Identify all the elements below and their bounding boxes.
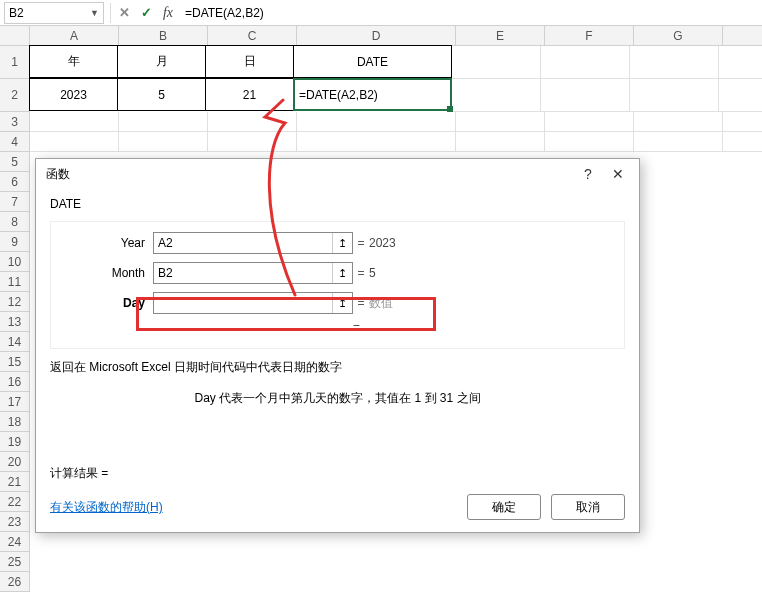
cancel-formula-button[interactable]: ✕ <box>113 2 135 24</box>
collapse-dialog-icon[interactable]: ↥ <box>332 263 352 283</box>
cell[interactable] <box>634 112 723 132</box>
function-description: 返回在 Microsoft Excel 日期时间代码中代表日期的数字 <box>50 359 625 376</box>
year-input[interactable] <box>154 236 332 250</box>
cell[interactable]: 2023 <box>29 78 118 111</box>
arg-input-wrap: ↥ <box>153 262 353 284</box>
close-button[interactable]: ✕ <box>603 161 633 187</box>
cell[interactable] <box>208 132 297 152</box>
cell[interactable]: 21 <box>205 78 294 111</box>
row-header[interactable]: 12 <box>0 292 30 312</box>
confirm-formula-button[interactable]: ✓ <box>135 2 157 24</box>
help-button[interactable]: ? <box>573 161 603 187</box>
row-header[interactable]: 26 <box>0 572 30 592</box>
row-header[interactable]: 4 <box>0 132 30 152</box>
table-row <box>30 132 762 152</box>
help-link[interactable]: 有关该函数的帮助(H) <box>50 499 163 516</box>
cell[interactable] <box>208 112 297 132</box>
month-input[interactable] <box>154 266 332 280</box>
row-header[interactable]: 5 <box>0 152 30 172</box>
row-header[interactable]: 1 <box>0 46 30 79</box>
cell[interactable] <box>30 132 119 152</box>
col-header[interactable]: F <box>545 26 634 46</box>
dialog-buttons: 确定 取消 <box>467 494 625 520</box>
day-input[interactable] <box>154 296 332 310</box>
col-header[interactable]: D <box>297 26 456 46</box>
table-row: 年 月 日 DATE <box>30 46 762 79</box>
col-header[interactable]: G <box>634 26 723 46</box>
fx-button[interactable]: fx <box>157 2 179 24</box>
cell[interactable] <box>119 112 208 132</box>
cell[interactable] <box>545 132 634 152</box>
cell[interactable]: 5 <box>117 78 206 111</box>
row-header[interactable]: 19 <box>0 432 30 452</box>
row-header[interactable]: 13 <box>0 312 30 332</box>
row-header[interactable]: 23 <box>0 512 30 532</box>
cell[interactable] <box>723 132 762 152</box>
row-header[interactable]: 9 <box>0 232 30 252</box>
name-box-value: B2 <box>9 6 24 20</box>
row-header[interactable]: 20 <box>0 452 30 472</box>
cell[interactable] <box>297 132 456 152</box>
row-header[interactable]: 11 <box>0 272 30 292</box>
dialog-titlebar[interactable]: 函数 ? ✕ <box>36 159 639 189</box>
row-header[interactable]: 2 <box>0 79 30 112</box>
row-header[interactable]: 10 <box>0 252 30 272</box>
chevron-down-icon[interactable]: ▼ <box>90 8 99 18</box>
cell[interactable] <box>719 46 762 79</box>
col-header[interactable]: C <box>208 26 297 46</box>
row-header[interactable]: 15 <box>0 352 30 372</box>
cancel-button[interactable]: 取消 <box>551 494 625 520</box>
cell[interactable] <box>452 46 541 79</box>
table-row <box>30 112 762 132</box>
col-header[interactable]: A <box>30 26 119 46</box>
function-arguments-dialog: 函数 ? ✕ DATE Year ↥ = 2023 Month ↥ = <box>35 158 640 533</box>
cell[interactable] <box>541 46 630 79</box>
cell[interactable] <box>541 79 630 112</box>
table-row: 2023 5 21 =DATE(A2,B2) <box>30 79 762 112</box>
cell[interactable] <box>545 112 634 132</box>
row-header[interactable]: 6 <box>0 172 30 192</box>
arg-row-year: Year ↥ = 2023 <box>61 230 614 256</box>
cell[interactable] <box>630 79 719 112</box>
cell[interactable]: 月 <box>117 45 206 78</box>
row-header[interactable]: 8 <box>0 212 30 232</box>
formula-bar: B2 ▼ ✕ ✓ fx =DATE(A2,B2) <box>0 0 762 26</box>
collapse-dialog-icon[interactable]: ↥ <box>332 293 352 313</box>
col-header[interactable]: H <box>723 26 762 46</box>
arg-result: 5 <box>369 266 376 280</box>
select-all-corner[interactable] <box>0 26 30 46</box>
cell[interactable] <box>719 79 762 112</box>
cell[interactable] <box>723 112 762 132</box>
cell[interactable] <box>634 132 723 152</box>
cell[interactable] <box>30 112 119 132</box>
col-header[interactable]: E <box>456 26 545 46</box>
collapse-dialog-icon[interactable]: ↥ <box>332 233 352 253</box>
cell[interactable] <box>452 79 541 112</box>
active-cell[interactable]: =DATE(A2,B2) <box>293 78 452 111</box>
name-box[interactable]: B2 ▼ <box>4 2 104 24</box>
row-header[interactable]: 14 <box>0 332 30 352</box>
ok-button[interactable]: 确定 <box>467 494 541 520</box>
cell[interactable] <box>119 132 208 152</box>
cell[interactable] <box>456 132 545 152</box>
row-header[interactable]: 22 <box>0 492 30 512</box>
row-header[interactable]: 18 <box>0 412 30 432</box>
calc-result-label: 计算结果 = <box>50 465 108 482</box>
arg-input-wrap: ↥ <box>153 292 353 314</box>
cell[interactable]: DATE <box>293 45 452 78</box>
row-header[interactable]: 21 <box>0 472 30 492</box>
row-header[interactable]: 17 <box>0 392 30 412</box>
cell[interactable]: 年 <box>29 45 118 78</box>
formula-input[interactable]: =DATE(A2,B2) <box>179 6 762 20</box>
row-header[interactable]: 3 <box>0 112 30 132</box>
cell[interactable] <box>297 112 456 132</box>
col-header[interactable]: B <box>119 26 208 46</box>
cell[interactable]: 日 <box>205 45 294 78</box>
cell[interactable] <box>456 112 545 132</box>
row-header[interactable]: 7 <box>0 192 30 212</box>
row-header[interactable]: 25 <box>0 552 30 572</box>
row-header[interactable]: 24 <box>0 532 30 552</box>
cell[interactable] <box>630 46 719 79</box>
row-header[interactable]: 16 <box>0 372 30 392</box>
arg-label: Year <box>61 236 153 250</box>
